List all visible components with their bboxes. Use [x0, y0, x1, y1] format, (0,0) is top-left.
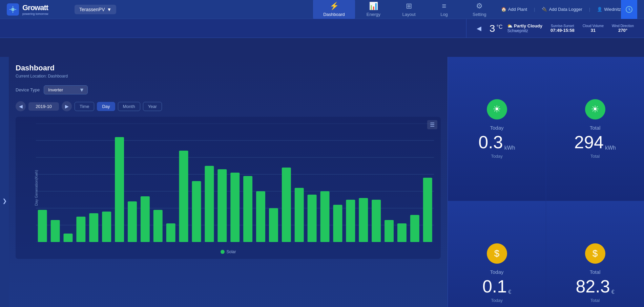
- breadcrumb: Current Location: Dashboard: [16, 74, 441, 79]
- stat-card-title-total-revenue: Total: [590, 269, 601, 275]
- user-icon: 👤: [597, 7, 602, 12]
- sidebar-arrow-icon: ❯: [2, 198, 7, 204]
- stat-icon-today-revenue: $: [487, 243, 507, 264]
- bar-27[interactable]: [372, 200, 381, 242]
- bar-26[interactable]: [359, 198, 368, 242]
- stat-card-title-today-revenue: Today: [490, 269, 503, 275]
- bar-22[interactable]: [308, 195, 317, 242]
- add-plant-link[interactable]: 🏠 Add Plant: [501, 7, 527, 12]
- bar-10[interactable]: [153, 210, 163, 242]
- nav-tab-icon-layout: ⊞: [406, 2, 412, 10]
- device-type-select-wrapper: InverterBatterySmartMeter ▼: [44, 85, 88, 94]
- time-range-year-button[interactable]: Year: [143, 102, 162, 111]
- bar-19[interactable]: [269, 208, 278, 242]
- stat-unit-today-energy: kWh: [504, 145, 515, 151]
- user-menu[interactable]: 👤 Wiednitz: [597, 7, 621, 12]
- nav-tab-layout[interactable]: ⊞Layout: [392, 0, 426, 20]
- sunrise-sunset-stat: Sunrise-Sunset 07:49-15:58: [550, 24, 575, 33]
- sidebar-toggle[interactable]: ❯: [0, 57, 9, 307]
- nav-tab-setting[interactable]: ⚙Setting: [462, 0, 496, 20]
- device-type-select[interactable]: InverterBatterySmartMeter: [44, 85, 88, 94]
- logo-area: Growatt powering tomorrow: [7, 3, 75, 16]
- bar-06[interactable]: [102, 212, 111, 242]
- cloud-icon: ⛅: [507, 23, 513, 28]
- bar-30[interactable]: [410, 215, 419, 242]
- add-data-logger-link[interactable]: 🔌 Add Data Logger: [542, 7, 582, 12]
- bar-25[interactable]: [346, 200, 355, 242]
- chart-area: Dashboard Current Location: Dashboard De…: [9, 57, 448, 307]
- bar-04[interactable]: [76, 217, 85, 242]
- stat-label-today-energy: Today: [491, 154, 503, 159]
- stat-value-today-energy: 0.3: [478, 133, 503, 151]
- bar-31[interactable]: [423, 178, 432, 242]
- date-prev-button[interactable]: ◀: [16, 101, 26, 111]
- bar-13[interactable]: [192, 181, 201, 242]
- stat-label-total-energy: Total: [590, 154, 600, 159]
- corner-button[interactable]: [621, 0, 637, 19]
- bar-05[interactable]: [89, 213, 98, 242]
- stat-icon-total-revenue: $: [585, 243, 605, 264]
- bar-07[interactable]: [115, 137, 124, 242]
- bar-14[interactable]: [205, 166, 214, 242]
- date-next-button[interactable]: ▶: [62, 101, 72, 111]
- stats-panel: ☀ Today 0.3 kWh Today ☀ Total 294 kWh To…: [448, 57, 644, 307]
- bar-17[interactable]: [243, 176, 252, 242]
- logo-text: Growatt: [22, 3, 48, 12]
- svg-point-0: [11, 8, 15, 11]
- nav-tab-label-energy: Energy: [367, 12, 380, 17]
- main-content: ❯ Dashboard Current Location: Dashboard …: [0, 57, 644, 307]
- nav-tab-label-log: Log: [440, 12, 448, 17]
- wind-direction-label: Wind Direction: [612, 24, 634, 28]
- bar-21[interactable]: [295, 188, 304, 242]
- time-range-month-button[interactable]: Month: [118, 102, 140, 111]
- bar-08[interactable]: [128, 201, 137, 242]
- bar-15[interactable]: [217, 169, 227, 242]
- nav-tab-log[interactable]: ≡Log: [427, 0, 461, 20]
- header-actions: 🏠 Add Plant | 🔌 Add Data Logger | 👤 Wied…: [501, 7, 621, 12]
- time-range-time-button[interactable]: Time: [75, 102, 94, 111]
- bar-20[interactable]: [282, 168, 291, 242]
- stat-card-total-energy: ☀ Total 294 kWh Total: [546, 57, 644, 201]
- nav-tab-energy[interactable]: 📊Energy: [356, 0, 391, 20]
- cloud-volume-value: 31: [583, 28, 604, 33]
- device-type-row: Device Type InverterBatterySmartMeter ▼: [16, 85, 441, 94]
- bar-23[interactable]: [320, 191, 330, 242]
- bar-18[interactable]: [256, 191, 265, 242]
- cloud-volume-stat: Cloud Volume 31: [583, 24, 604, 33]
- bar-01[interactable]: [38, 210, 47, 242]
- chart-controls: ◀ 2019-10 ▶ Time Day Month Year: [16, 101, 441, 111]
- weather-desc-area: ⛅ Partly Cloudy Schwepnitz: [507, 23, 542, 33]
- bar-11[interactable]: [166, 223, 175, 242]
- chart-menu-button[interactable]: ☰: [427, 120, 437, 129]
- stat-icon-total-energy: ☀: [585, 99, 605, 119]
- bar-16[interactable]: [230, 173, 240, 242]
- bar-24[interactable]: [333, 205, 342, 242]
- date-display: 2019-10: [28, 102, 59, 111]
- bar-12[interactable]: [179, 151, 188, 242]
- chart-svg: 7 6 5 4 3 2 1 0 010203040506070809101112…: [36, 124, 434, 242]
- plant-selector-arrow: ▼: [107, 7, 111, 12]
- data-logger-icon: 🔌: [542, 7, 547, 12]
- stat-unit-total-revenue: €: [611, 289, 615, 295]
- stat-value-total-energy: 294: [574, 133, 604, 151]
- nav-tab-dashboard[interactable]: ⚡Dashboard: [313, 0, 355, 20]
- plant-selector[interactable]: TerassenPV ▼: [75, 5, 116, 14]
- time-range-day-button[interactable]: Day: [97, 102, 115, 111]
- header: Growatt powering tomorrow TerassenPV ▼ ⚡…: [0, 0, 644, 19]
- stat-value-area-total-energy: 294 kWh: [574, 133, 616, 151]
- weather-condition: ⛅ Partly Cloudy: [507, 23, 542, 28]
- home-icon: 🏠: [501, 7, 506, 12]
- bar-28[interactable]: [385, 220, 394, 242]
- stat-value-total-revenue: 82.3: [576, 278, 610, 295]
- bar-03[interactable]: [63, 234, 72, 242]
- stat-label-total-revenue: Total: [590, 298, 600, 303]
- weather-prev-arrow[interactable]: ◀: [477, 25, 481, 32]
- weather-unit: °C: [497, 24, 503, 30]
- bar-09[interactable]: [141, 196, 150, 242]
- bar-02[interactable]: [51, 220, 60, 242]
- bar-29[interactable]: [397, 223, 407, 242]
- logo-icon: [7, 3, 19, 16]
- logo-sub: powering tomorrow: [22, 12, 48, 16]
- nav-tab-icon-log: ≡: [442, 2, 446, 10]
- stat-card-title-today-energy: Today: [490, 125, 503, 131]
